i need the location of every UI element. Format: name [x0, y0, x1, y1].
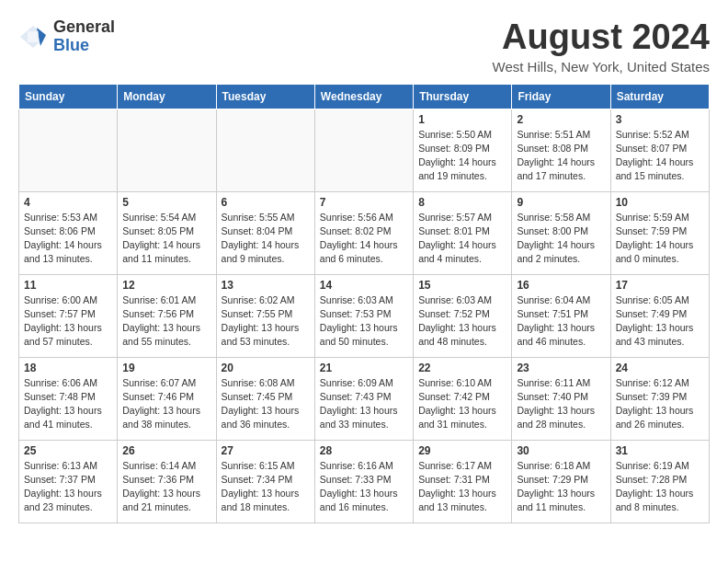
week-row-2: 11Sunrise: 6:00 AM Sunset: 7:57 PM Dayli…: [19, 274, 710, 357]
weekday-header-thursday: Thursday: [414, 84, 512, 109]
calendar-cell: 18Sunrise: 6:06 AM Sunset: 7:48 PM Dayli…: [19, 357, 118, 440]
weekday-header-monday: Monday: [118, 84, 216, 109]
day-detail: Sunrise: 5:56 AM Sunset: 8:02 PM Dayligh…: [320, 211, 408, 267]
calendar-cell: 31Sunrise: 6:19 AM Sunset: 7:28 PM Dayli…: [610, 440, 709, 523]
weekday-header-sunday: Sunday: [19, 84, 118, 109]
calendar-cell: [314, 109, 413, 191]
day-number: 26: [122, 444, 210, 457]
logo-text: General Blue: [53, 18, 115, 55]
calendar-cell: 14Sunrise: 6:03 AM Sunset: 7:53 PM Dayli…: [314, 274, 413, 357]
calendar-cell: 27Sunrise: 6:15 AM Sunset: 7:34 PM Dayli…: [216, 440, 314, 523]
day-number: 29: [418, 444, 506, 457]
day-number: 19: [122, 362, 210, 374]
weekday-header-row: SundayMondayTuesdayWednesdayThursdayFrid…: [19, 84, 710, 109]
day-detail: Sunrise: 5:59 AM Sunset: 7:59 PM Dayligh…: [616, 211, 704, 267]
calendar-cell: 10Sunrise: 5:59 AM Sunset: 7:59 PM Dayli…: [610, 191, 709, 274]
svg-marker-3: [28, 31, 39, 42]
month-title: August 2024: [493, 18, 710, 57]
weekday-header-friday: Friday: [512, 84, 610, 109]
calendar-cell: 15Sunrise: 6:03 AM Sunset: 7:52 PM Dayli…: [414, 274, 512, 357]
day-detail: Sunrise: 6:09 AM Sunset: 7:43 PM Dayligh…: [320, 376, 408, 432]
day-detail: Sunrise: 5:57 AM Sunset: 8:01 PM Dayligh…: [418, 211, 506, 267]
day-number: 7: [320, 196, 408, 209]
day-number: 1: [418, 113, 506, 126]
day-number: 12: [122, 279, 210, 292]
calendar-cell: 24Sunrise: 6:12 AM Sunset: 7:39 PM Dayli…: [610, 357, 709, 440]
calendar-cell: [118, 109, 216, 191]
day-detail: Sunrise: 6:02 AM Sunset: 7:55 PM Dayligh…: [222, 293, 310, 350]
day-detail: Sunrise: 5:52 AM Sunset: 8:07 PM Dayligh…: [616, 128, 704, 184]
day-number: 27: [222, 444, 310, 457]
week-row-4: 25Sunrise: 6:13 AM Sunset: 7:37 PM Dayli…: [19, 440, 710, 523]
logo: General Blue: [18, 18, 115, 55]
page-header: General Blue August 2024 West Hills, New…: [18, 18, 710, 75]
logo-general-text: General: [53, 18, 115, 37]
calendar-cell: [216, 109, 314, 191]
day-detail: Sunrise: 6:04 AM Sunset: 7:51 PM Dayligh…: [517, 293, 605, 350]
calendar-cell: [19, 109, 118, 191]
day-detail: Sunrise: 6:06 AM Sunset: 7:48 PM Dayligh…: [24, 376, 112, 432]
day-detail: Sunrise: 6:07 AM Sunset: 7:46 PM Dayligh…: [122, 376, 210, 432]
calendar-cell: 9Sunrise: 5:58 AM Sunset: 8:00 PM Daylig…: [512, 191, 610, 274]
calendar-cell: 26Sunrise: 6:14 AM Sunset: 7:36 PM Dayli…: [118, 440, 216, 523]
day-detail: Sunrise: 6:10 AM Sunset: 7:42 PM Dayligh…: [418, 376, 506, 432]
calendar-cell: 16Sunrise: 6:04 AM Sunset: 7:51 PM Dayli…: [512, 274, 610, 357]
day-detail: Sunrise: 6:18 AM Sunset: 7:29 PM Dayligh…: [517, 459, 605, 515]
week-row-0: 1Sunrise: 5:50 AM Sunset: 8:09 PM Daylig…: [19, 109, 710, 191]
day-number: 14: [320, 279, 408, 292]
day-number: 15: [418, 279, 506, 292]
day-number: 31: [616, 444, 704, 457]
title-block: August 2024 West Hills, New York, United…: [493, 18, 710, 75]
day-number: 2: [517, 113, 605, 126]
calendar-cell: 11Sunrise: 6:00 AM Sunset: 7:57 PM Dayli…: [19, 274, 118, 357]
day-number: 8: [418, 196, 506, 209]
day-detail: Sunrise: 6:11 AM Sunset: 7:40 PM Dayligh…: [517, 376, 605, 432]
day-number: 16: [517, 279, 605, 292]
day-number: 4: [24, 196, 112, 209]
day-detail: Sunrise: 6:17 AM Sunset: 7:31 PM Dayligh…: [418, 459, 506, 515]
day-detail: Sunrise: 6:13 AM Sunset: 7:37 PM Dayligh…: [24, 459, 112, 515]
day-number: 6: [222, 196, 310, 209]
week-row-3: 18Sunrise: 6:06 AM Sunset: 7:48 PM Dayli…: [19, 357, 710, 440]
day-detail: Sunrise: 6:14 AM Sunset: 7:36 PM Dayligh…: [122, 459, 210, 515]
day-detail: Sunrise: 6:05 AM Sunset: 7:49 PM Dayligh…: [616, 293, 704, 350]
day-number: 21: [320, 362, 408, 374]
day-number: 11: [24, 279, 112, 292]
weekday-header-wednesday: Wednesday: [314, 84, 413, 109]
calendar-cell: 5Sunrise: 5:54 AM Sunset: 8:05 PM Daylig…: [118, 191, 216, 274]
day-detail: Sunrise: 6:00 AM Sunset: 7:57 PM Dayligh…: [24, 293, 112, 350]
calendar-cell: 17Sunrise: 6:05 AM Sunset: 7:49 PM Dayli…: [610, 274, 709, 357]
day-detail: Sunrise: 6:16 AM Sunset: 7:33 PM Dayligh…: [320, 459, 408, 515]
calendar-cell: 4Sunrise: 5:53 AM Sunset: 8:06 PM Daylig…: [19, 191, 118, 274]
calendar-cell: 3Sunrise: 5:52 AM Sunset: 8:07 PM Daylig…: [610, 109, 709, 191]
calendar-cell: 8Sunrise: 5:57 AM Sunset: 8:01 PM Daylig…: [414, 191, 512, 274]
day-detail: Sunrise: 6:19 AM Sunset: 7:28 PM Dayligh…: [616, 459, 704, 515]
weekday-header-saturday: Saturday: [610, 84, 709, 109]
calendar-cell: 19Sunrise: 6:07 AM Sunset: 7:46 PM Dayli…: [118, 357, 216, 440]
day-detail: Sunrise: 5:55 AM Sunset: 8:04 PM Dayligh…: [222, 211, 310, 267]
week-row-1: 4Sunrise: 5:53 AM Sunset: 8:06 PM Daylig…: [19, 191, 710, 274]
day-detail: Sunrise: 6:08 AM Sunset: 7:45 PM Dayligh…: [222, 376, 310, 432]
calendar-cell: 21Sunrise: 6:09 AM Sunset: 7:43 PM Dayli…: [314, 357, 413, 440]
calendar-cell: 7Sunrise: 5:56 AM Sunset: 8:02 PM Daylig…: [314, 191, 413, 274]
day-number: 28: [320, 444, 408, 457]
day-detail: Sunrise: 6:15 AM Sunset: 7:34 PM Dayligh…: [222, 459, 310, 515]
day-number: 17: [616, 279, 704, 292]
day-detail: Sunrise: 5:54 AM Sunset: 8:05 PM Dayligh…: [122, 211, 210, 267]
logo-blue-text: Blue: [53, 37, 115, 55]
day-number: 30: [517, 444, 605, 457]
day-detail: Sunrise: 6:03 AM Sunset: 7:52 PM Dayligh…: [418, 293, 506, 350]
calendar-cell: 2Sunrise: 5:51 AM Sunset: 8:08 PM Daylig…: [512, 109, 610, 191]
day-number: 10: [616, 196, 704, 209]
day-number: 20: [222, 362, 310, 374]
calendar-cell: 22Sunrise: 6:10 AM Sunset: 7:42 PM Dayli…: [414, 357, 512, 440]
day-number: 23: [517, 362, 605, 374]
day-detail: Sunrise: 5:53 AM Sunset: 8:06 PM Dayligh…: [24, 211, 112, 267]
day-detail: Sunrise: 6:12 AM Sunset: 7:39 PM Dayligh…: [616, 376, 704, 432]
day-number: 5: [122, 196, 210, 209]
day-number: 22: [418, 362, 506, 374]
day-detail: Sunrise: 5:58 AM Sunset: 8:00 PM Dayligh…: [517, 211, 605, 267]
day-detail: Sunrise: 6:01 AM Sunset: 7:56 PM Dayligh…: [122, 293, 210, 350]
calendar-cell: 29Sunrise: 6:17 AM Sunset: 7:31 PM Dayli…: [414, 440, 512, 523]
day-number: 24: [616, 362, 704, 374]
